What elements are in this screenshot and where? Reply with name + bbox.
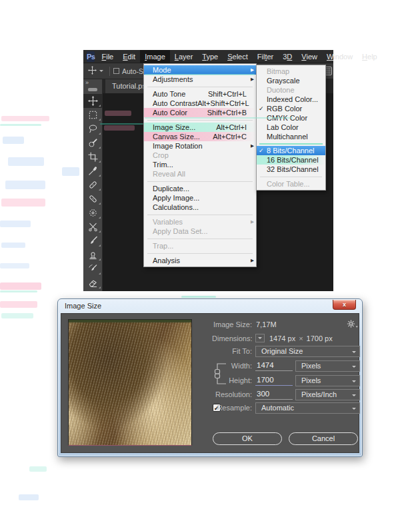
menu-item-apply-data-set[interactable]: ✓ Apply Data Set... ▶ <box>144 227 256 236</box>
submenu-item-cmyk-color[interactable]: ✓ CMYK Color ▶ <box>257 113 325 123</box>
menu-item-auto-color[interactable]: ✓ Auto Color Shift+Ctrl+B ▶ <box>144 108 256 117</box>
dimensions-label: Dimensions: <box>212 334 252 342</box>
menu-separator <box>147 253 253 254</box>
menubar-item-view[interactable]: View <box>297 50 322 63</box>
resample-label: Resample: <box>212 404 252 412</box>
submenu-item-32-bits-channel[interactable]: ✓ 32 Bits/Channel ▶ <box>257 165 325 174</box>
collapse-panel-icon[interactable]: » <box>83 79 102 86</box>
menu-item-apply-image[interactable]: ✓ Apply Image... ▶ <box>144 193 256 203</box>
submenu-arrow-icon: ▶ <box>248 77 254 82</box>
menubar-item-window[interactable]: Window <box>322 50 357 63</box>
photoshop-logo: Ps <box>87 51 95 62</box>
submenu-item-indexed-color[interactable]: ✓ Indexed Color... ▶ <box>257 95 325 104</box>
ghost-artifact <box>8 157 44 166</box>
submenu-item-color-table[interactable]: ✓ Color Table... ▶ <box>257 179 325 189</box>
menu-item-analysis[interactable]: ✓ Analysis ▶ <box>144 256 256 265</box>
chevron-down-icon[interactable] <box>99 70 103 74</box>
width-unit-select[interactable]: Pixels <box>295 360 360 372</box>
eraser-tool[interactable] <box>83 276 102 290</box>
submenu-item-duotone[interactable]: ✓ Duotone ▶ <box>257 85 325 95</box>
submenu-item-8-bits-channel[interactable]: ✓ 8 Bits/Channel ▶ <box>257 146 325 155</box>
brush-tool[interactable] <box>83 234 102 248</box>
menu-item-image-rotation[interactable]: ✓ Image Rotation ▶ <box>144 141 256 151</box>
resolution-label: Resolution: <box>212 390 252 398</box>
submenu-item-16-bits-channel[interactable]: ✓ 16 Bits/Channel ▶ <box>257 155 325 165</box>
menu-item-duplicate[interactable]: ✓ Duplicate... ▶ <box>144 184 256 193</box>
quick-selection-tool[interactable] <box>83 136 102 150</box>
cancel-button[interactable]: Cancel <box>289 432 358 445</box>
gear-icon[interactable] <box>347 319 359 329</box>
move-tool[interactable] <box>83 94 102 108</box>
ghost-artifact <box>1 313 33 318</box>
menu-separator <box>147 239 253 239</box>
submenu-item-bitmap[interactable]: ✓ Bitmap ▶ <box>257 67 325 76</box>
clone-stamp-tool[interactable] <box>83 248 102 262</box>
menu-item-crop[interactable]: ✓ Crop ▶ <box>144 151 256 160</box>
menu-item-reveal-all[interactable]: ✓ Reveal All ▶ <box>144 169 256 179</box>
submenu-item-lab-color[interactable]: ✓ Lab Color ▶ <box>257 123 325 132</box>
submenu-arrow-icon: ▶ <box>248 67 254 73</box>
rectangular-marquee-tool[interactable] <box>83 108 102 122</box>
pattern-stamp-tool[interactable] <box>83 206 102 220</box>
menubar-item-help[interactable]: Help <box>357 50 382 63</box>
width-row: Width: 1474 Pixels <box>212 360 360 372</box>
panel-grip[interactable] <box>88 88 97 91</box>
menu-item-canvas-size[interactable]: ✓ Canvas Size... Alt+Ctrl+C ▶ <box>144 132 256 141</box>
crop-tool[interactable] <box>83 150 102 164</box>
menubar-item-layer[interactable]: Layer <box>170 50 198 63</box>
height-unit-select[interactable]: Pixels <box>295 375 360 386</box>
fit-to-label: Fit To: <box>212 347 252 355</box>
submenu-item-multichannel[interactable]: ✓ Multichannel ▶ <box>257 132 325 141</box>
tools-panel: » <box>83 79 103 291</box>
menubar-item-image[interactable]: Image <box>140 50 170 63</box>
ghost-artifact <box>5 181 45 189</box>
height-input[interactable]: 1700 <box>255 375 293 386</box>
menu-item-trap[interactable]: ✓ Trap... ▶ <box>144 241 256 251</box>
mode-submenu: ✓ Bitmap ▶ ✓ Grayscale ▶ ✓ Duotone ▶ ✓ I… <box>256 65 326 191</box>
menubar-item-type[interactable]: Type <box>197 50 223 63</box>
submenu-item-rgb-color[interactable]: ✓ RGB Color ▶ <box>257 104 325 113</box>
menu-item-trim[interactable]: ✓ Trim... ▶ <box>144 160 256 169</box>
constrain-proportions-link-icon[interactable] <box>212 362 227 388</box>
menu-item-image-size[interactable]: ✓ Image Size... Alt+Ctrl+I ▶ <box>144 123 256 132</box>
spot-healing-brush-tool[interactable] <box>83 178 102 192</box>
menu-item-auto-tone[interactable]: ✓ Auto Tone Shift+Ctrl+L ▶ <box>144 89 256 99</box>
menu-separator <box>147 120 253 121</box>
eyedropper-tool[interactable] <box>83 164 102 178</box>
width-input[interactable]: 1474 <box>255 360 293 371</box>
move-tool-option-icon <box>88 65 97 77</box>
close-icon: x <box>343 302 346 308</box>
menu-item-mode[interactable]: ✓ Mode ▶ <box>144 65 256 75</box>
auto-select-checkbox[interactable] <box>113 68 119 74</box>
submenu-arrow-icon: ▶ <box>248 143 254 149</box>
ghost-artifact <box>3 137 24 144</box>
image-menu-dropdown: ✓ Mode ▶ ✓ Adjustments ▶ ✓ Auto Tone Shi… <box>143 63 257 267</box>
healing-brush-tool[interactable] <box>83 192 102 206</box>
menubar-item-3d[interactable]: 3D <box>278 50 297 63</box>
dimensions-unit-dropdown[interactable] <box>255 334 265 342</box>
menubar-item-filter[interactable]: Filter <box>253 50 278 63</box>
resolution-unit-select[interactable]: Pixels/Inch <box>295 389 360 400</box>
history-brush-tool[interactable] <box>83 262 102 276</box>
resample-select[interactable]: Automatic <box>255 402 360 414</box>
dialog-title: Image Size <box>65 302 101 310</box>
submenu-item-grayscale[interactable]: ✓ Grayscale ▶ <box>257 76 325 85</box>
menu-item-auto-contrast[interactable]: ✓ Auto Contrast Alt+Shift+Ctrl+L ▶ <box>144 99 256 108</box>
ghost-artifact <box>0 221 31 227</box>
menu-item-calculations[interactable]: ✓ Calculations... ▶ <box>144 203 256 212</box>
resolution-input[interactable]: 300 <box>255 389 293 400</box>
image-size-row: Image Size: 7,17M <box>212 319 360 330</box>
close-button[interactable]: x <box>333 300 356 310</box>
menubar-item-edit[interactable]: Edit <box>118 50 140 63</box>
menu-item-variables[interactable]: ✓ Variables ▶ <box>144 217 256 227</box>
fit-to-select[interactable]: Original Size <box>255 346 360 357</box>
menu-item-adjustments[interactable]: ✓ Adjustments ▶ <box>144 75 256 84</box>
menubar-item-file[interactable]: File <box>97 50 118 63</box>
menu-separator <box>147 215 253 215</box>
ok-button[interactable]: OK <box>213 432 282 445</box>
check-icon: ✓ <box>259 105 265 112</box>
lasso-tool[interactable] <box>83 122 102 136</box>
scissors-tool[interactable] <box>83 220 102 234</box>
ghost-artifact <box>0 263 29 268</box>
menubar-item-select[interactable]: Select <box>223 50 253 63</box>
